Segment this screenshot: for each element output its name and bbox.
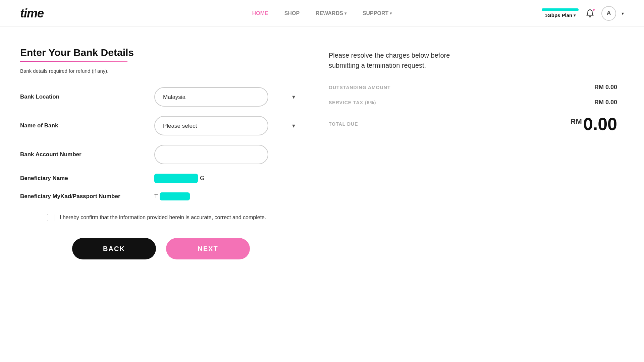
nav-shop[interactable]: SHOP (284, 10, 300, 16)
resolve-text: Please resolve the charges below before … (329, 50, 470, 70)
total-label: TOTAL DUE (329, 121, 358, 127)
beneficiary-name-row: Beneficiary Name G (20, 174, 302, 183)
beneficiary-passport-label: Beneficiary MyKad/Passport Number (20, 193, 154, 200)
bank-account-control (154, 145, 302, 164)
support-chevron-icon: ▾ (390, 11, 392, 16)
plan-label[interactable]: 1Gbps Plan ▾ (545, 12, 576, 18)
beneficiary-name-value: G (154, 174, 302, 183)
outstanding-row: OUTSTANDING AMOUNT RM 0.00 (329, 84, 617, 91)
beneficiary-passport-row: Beneficiary MyKad/Passport Number T (20, 192, 302, 200)
total-prefix: RM (571, 117, 582, 126)
form-buttons: BACK NEXT (20, 238, 302, 259)
nav-home[interactable]: HOME (252, 10, 268, 16)
nav-rewards[interactable]: REWARDS ▾ (316, 10, 346, 16)
service-tax-row: SERVICE TAX (6%) RM 0.00 (329, 99, 617, 106)
main-content: Enter Your Bank Details Bank details req… (0, 27, 644, 280)
beneficiary-passport-value: T (154, 192, 302, 200)
beneficiary-passport-prefix: T (154, 193, 158, 200)
charges-panel: Please resolve the charges below before … (329, 47, 617, 259)
next-button[interactable]: NEXT (166, 238, 250, 259)
plan-badge[interactable]: 1Gbps Plan ▾ (542, 8, 579, 18)
service-tax-label: SERVICE TAX (6%) (329, 100, 376, 105)
form-title: Enter Your Bank Details (20, 47, 302, 58)
total-value: RM0.00 (571, 114, 617, 134)
notification-dot (592, 8, 595, 11)
charges-table: OUTSTANDING AMOUNT RM 0.00 SERVICE TAX (… (329, 84, 617, 134)
bank-account-input[interactable] (154, 145, 268, 164)
brand-logo: time (20, 6, 44, 20)
name-of-bank-row: Name of Bank Please select Maybank CIMB … (20, 116, 302, 135)
nav-links: HOME SHOP REWARDS ▾ SUPPORT ▾ (252, 10, 392, 16)
beneficiary-passport-masked (160, 192, 190, 200)
plan-chevron-icon: ▾ (574, 13, 576, 18)
form-title-underline (20, 61, 127, 62)
beneficiary-name-control: G (154, 174, 302, 183)
name-of-bank-control: Please select Maybank CIMB Public Bank R… (154, 116, 302, 135)
confirm-row: I hereby confirm that the information pr… (20, 214, 302, 221)
beneficiary-name-label: Beneficiary Name (20, 175, 154, 182)
total-row: TOTAL DUE RM0.00 (329, 114, 617, 134)
bank-details-form: Enter Your Bank Details Bank details req… (20, 47, 302, 259)
confirm-checkbox[interactable] (47, 214, 54, 221)
bank-location-control: Malaysia Singapore Other ▾ (154, 87, 302, 107)
rewards-chevron-icon: ▾ (344, 11, 346, 16)
beneficiary-name-suffix: G (200, 175, 204, 182)
name-of-bank-chevron-icon: ▾ (292, 122, 295, 129)
name-of-bank-select[interactable]: Please select Maybank CIMB Public Bank R… (154, 116, 268, 135)
bank-location-row: Bank Location Malaysia Singapore Other ▾ (20, 87, 302, 107)
bank-location-select[interactable]: Malaysia Singapore Other (154, 87, 268, 107)
service-tax-value: RM 0.00 (594, 99, 617, 106)
bank-location-chevron-icon: ▾ (292, 93, 295, 101)
avatar[interactable]: A (601, 6, 616, 21)
nav-support[interactable]: SUPPORT ▾ (363, 10, 392, 16)
nav-right: 1Gbps Plan ▾ A ▾ (542, 6, 624, 21)
name-of-bank-label: Name of Bank (20, 122, 154, 129)
beneficiary-name-masked (154, 174, 198, 183)
back-button[interactable]: BACK (72, 238, 156, 259)
bank-location-label: Bank Location (20, 94, 154, 100)
outstanding-value: RM 0.00 (594, 84, 617, 91)
notification-bell[interactable] (584, 7, 596, 19)
beneficiary-passport-control: T (154, 192, 302, 200)
outstanding-label: OUTSTANDING AMOUNT (329, 85, 390, 90)
bank-account-row: Bank Account Number (20, 145, 302, 164)
plan-bar (542, 8, 579, 11)
bank-account-label: Bank Account Number (20, 151, 154, 158)
confirm-label: I hereby confirm that the information pr… (60, 215, 266, 221)
navbar: time HOME SHOP REWARDS ▾ SUPPORT ▾ 1Gbps… (0, 0, 644, 27)
account-chevron-icon[interactable]: ▾ (622, 11, 624, 16)
form-subtitle: Bank details required for refund (if any… (20, 68, 302, 74)
